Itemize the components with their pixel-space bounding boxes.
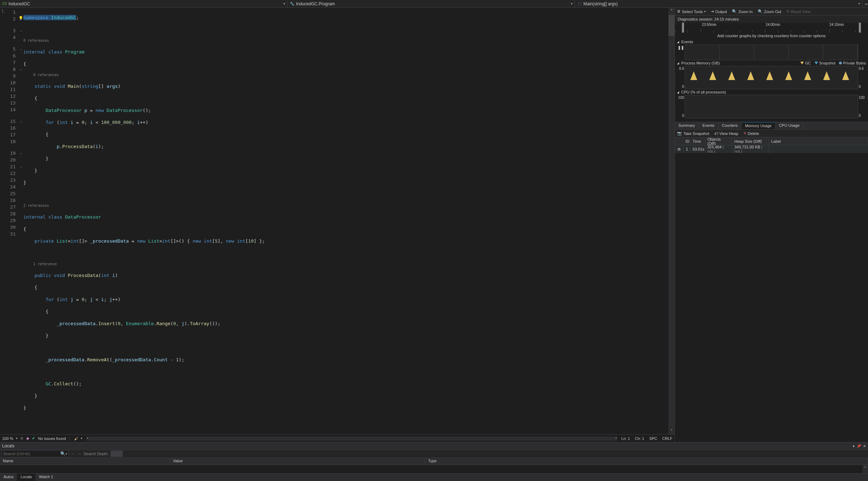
mem-ymin: 0 <box>676 85 684 89</box>
search-icon[interactable]: 🔍 <box>60 451 66 456</box>
select-tools-button[interactable]: ⚙ Select Tools ▾ <box>677 9 706 14</box>
events-graph[interactable] <box>685 45 858 60</box>
diagnostics-timeline[interactable]: 23:50min 24:00min 24:10min <box>675 23 868 33</box>
heap-icon: 🏷 <box>714 131 718 136</box>
fold-column[interactable]: ⌄ ⌄ ⌄ ⌄ ⌄ ⌄ <box>18 8 23 434</box>
split-editor-button[interactable]: ⫟ <box>862 1 868 7</box>
take-snapshot-button[interactable]: 📷 Take Snapshot <box>677 131 709 136</box>
tab-autos[interactable]: Autos <box>0 474 17 481</box>
zoom-out-button[interactable]: 🔍 Zoom Out <box>758 9 782 14</box>
locals-body: ▴ <box>0 465 868 473</box>
collapse-icon[interactable]: ◢ <box>677 40 679 44</box>
snapshot-table: ID Time Objects (Diff) Heap Size (Diff) … <box>675 137 868 442</box>
reset-icon: ⟲ <box>786 9 789 14</box>
class-icon: 🔧 <box>290 1 295 6</box>
cpu-graph-section: ◢ CPU (% of all processors) 100 0 100 0 <box>675 89 868 118</box>
zoom-in-button[interactable]: 🔍 Zoom In <box>732 9 752 14</box>
zoom-dropdown-icon[interactable]: ▾ <box>16 437 17 440</box>
memory-graph[interactable] <box>685 66 858 89</box>
code-editor-pane: {☆ 1 2 3 4 5 6 7 8 9 10 11 12 13 14 15 <box>0 8 675 442</box>
pause-icon[interactable]: ❚❚ <box>676 45 684 50</box>
codelens-references[interactable]: 0 references <box>23 38 668 43</box>
editor-status-bar: 100 % ▾ ⊘ ◆ ✔ No issues found │ 🖌 ▾ ◂ ▸ … <box>0 434 674 442</box>
error-indicator-icon[interactable]: ⊘ <box>20 436 23 441</box>
gear-icon: ⚙ <box>677 9 681 14</box>
tab-events[interactable]: Events <box>699 122 718 129</box>
output-button[interactable]: ⇥ Output <box>711 9 727 14</box>
lightbulb-icon[interactable]: 💡 <box>18 15 23 22</box>
editor-vertical-scrollbar[interactable]: ▴ ▾ <box>668 8 674 434</box>
locals-scrollbar[interactable]: ▴ <box>862 465 868 473</box>
counter-hint-text: Add counter graphs by checking counters … <box>675 33 868 39</box>
col-heap[interactable]: Heap Size (Diff) <box>732 139 769 143</box>
tab-cpu-usage[interactable]: CPU Usage <box>775 122 803 129</box>
tab-summary[interactable]: Summary <box>675 122 699 129</box>
tab-counters[interactable]: Counters <box>718 122 742 129</box>
tab-memory-usage[interactable]: Memory Usage <box>741 122 775 129</box>
scope-dropdown-class[interactable]: 🔧 InducedGC.Program ▾ <box>287 0 575 7</box>
health-indicator-icon[interactable]: ◆ <box>26 436 29 441</box>
snapshot-objects: 325,484 ( n/a ) <box>705 145 732 153</box>
diagnostics-tabs: Summary Events Counters Memory Usage CPU… <box>675 122 868 130</box>
issues-text[interactable]: No issues found <box>38 436 66 441</box>
delete-icon: ✕ <box>743 131 746 136</box>
chevron-down-icon: ▾ <box>571 2 572 5</box>
chevron-down-icon: ▾ <box>284 2 285 5</box>
search-depth-combo[interactable] <box>111 451 123 457</box>
codelens-references[interactable]: 2 references <box>23 203 668 208</box>
locals-search-input[interactable]: 🔍 ▾ <box>1 450 69 457</box>
scope-dropdown-method[interactable]: ⬚ Main(string[] args) ▾ <box>575 0 862 7</box>
cleanup-icon[interactable]: 🖌 <box>74 436 78 441</box>
memory-graph-section: ◢ Process Memory (GB) GC Snapshot Privat… <box>675 60 868 89</box>
chevron-down-icon[interactable]: ▾ <box>66 452 67 455</box>
editor-margin: {☆ <box>0 8 7 434</box>
pin-icon[interactable]: 📌 <box>857 444 861 448</box>
col-name[interactable]: Name <box>0 458 170 465</box>
code-content[interactable]: 💡namespace InducedGC; 0 references inter… <box>23 8 668 434</box>
zoom-out-icon: 🔍 <box>758 9 763 14</box>
col-label[interactable]: Label <box>769 139 868 143</box>
close-icon[interactable]: ✕ <box>863 444 866 448</box>
zoom-level[interactable]: 100 % <box>2 436 13 441</box>
timeline-tick-label: 24:10min <box>829 23 844 27</box>
check-icon: ✔ <box>32 436 35 441</box>
col-time[interactable]: Time <box>690 139 705 143</box>
legend-snapshot: Snapshot <box>814 61 835 65</box>
memory-label: Process Memory (GB) <box>681 61 720 65</box>
cpu-graph[interactable] <box>685 95 858 118</box>
view-heap-button[interactable]: 🏷 View Heap <box>714 131 738 136</box>
col-value[interactable]: Value <box>170 458 425 465</box>
snapshot-row-icon: ⧉ <box>675 147 683 152</box>
window-position-icon[interactable]: ▾ <box>853 444 855 448</box>
timeline-tick-label: 23:50min <box>702 23 716 27</box>
snapshot-time: 53.01s <box>690 147 705 151</box>
col-id[interactable]: ID <box>683 139 690 143</box>
search-field[interactable] <box>3 452 60 456</box>
code-editor[interactable]: {☆ 1 2 3 4 5 6 7 8 9 10 11 12 13 14 15 <box>0 8 674 434</box>
timeline-tick-label: 24:00min <box>766 23 780 27</box>
session-duration: Diagnostics session: 24:15 minutes <box>675 16 868 23</box>
cursor-char[interactable]: Ch: 1 <box>635 436 644 441</box>
tab-locals[interactable]: Locals <box>17 474 35 481</box>
collapse-icon[interactable]: ◢ <box>677 91 679 94</box>
cursor-line[interactable]: Ln: 1 <box>621 436 630 441</box>
col-objects[interactable]: Objects (Diff) <box>705 137 732 146</box>
tab-watch1[interactable]: Watch 1 <box>35 474 57 481</box>
line-ending[interactable]: CRLF <box>662 436 672 441</box>
namespace-brace-icon: {☆ <box>0 9 7 14</box>
export-icon: ⇥ <box>711 9 714 14</box>
indent-mode[interactable]: SPC <box>649 436 657 441</box>
col-type[interactable]: Type <box>425 458 868 465</box>
editor-horizontal-scrollbar[interactable]: ◂ ▸ <box>86 436 617 441</box>
snapshot-row[interactable]: ⧉ 1 53.01s 325,484 ( n/a ) 349,731.00 KB… <box>675 145 868 153</box>
scope-dropdown-project[interactable]: C# InducedGC ▾ <box>0 0 287 7</box>
diagnostics-pane: ⚙ Select Tools ▾ ⇥ Output 🔍 Zoom In 🔍 Zo… <box>675 8 868 442</box>
line-number-gutter: 1 2 3 4 5 6 7 8 9 10 11 12 13 14 15 16 1… <box>7 8 18 434</box>
cpu-ymin-r: 0 <box>859 114 867 118</box>
codelens-references[interactable]: 0 references <box>23 73 668 78</box>
legend-private-bytes: Private Bytes <box>839 61 866 65</box>
memory-actions: 📷 Take Snapshot 🏷 View Heap ✕ Delete <box>675 130 868 137</box>
codelens-references[interactable]: 1 reference <box>23 262 668 267</box>
collapse-icon[interactable]: ◢ <box>677 62 679 65</box>
delete-button[interactable]: ✕ Delete <box>743 131 759 136</box>
